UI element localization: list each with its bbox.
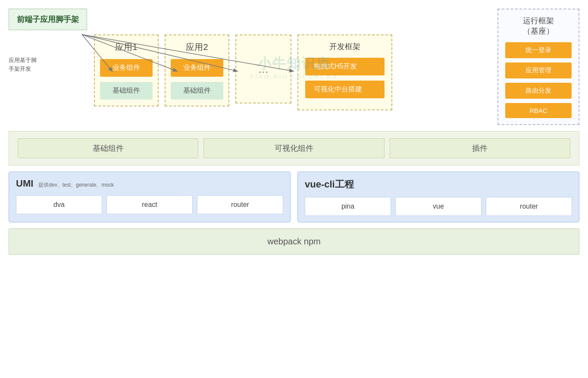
dev-item-2: 可视化中台搭建 xyxy=(305,81,385,98)
main-container: 小牛知识库 XIAO NIU ZHI SHI KU 前端子应用脚手架 应用基于脚… xyxy=(9,9,579,255)
app2-base: 基础组件 xyxy=(171,82,223,100)
comp-plugin: 插件 xyxy=(390,138,570,158)
runtime-item-2: 路由分发 xyxy=(505,83,572,99)
ellipsis-box: ... xyxy=(235,34,291,103)
umi-header: UMI 提供dev、test、generate、mock xyxy=(16,178,283,189)
top-section: 前端子应用脚手架 应用基于脚 手架开发 应用1 业务组件 基础组件 应用2 xyxy=(9,9,579,125)
app2-title: 应用2 xyxy=(171,41,223,53)
runtime-item-1: 应用管理 xyxy=(505,62,572,78)
dev-item-1: 拖拽式H5开发 xyxy=(305,58,385,75)
dev-framework-box: 开发框架 拖拽式H5开发 可视化中台搭建 xyxy=(297,34,392,110)
comp-base: 基础组件 xyxy=(18,138,198,158)
webpack-row: webpack npm xyxy=(9,228,579,255)
app-box-2: 应用2 业务组件 基础组件 xyxy=(165,34,229,106)
dev-framework-title: 开发框架 xyxy=(305,41,385,52)
apps-area: 应用1 业务组件 基础组件 应用2 业务组件 基础组件 ... 开发框架 xyxy=(94,34,491,125)
umi-box: UMI 提供dev、test、generate、mock dva react r… xyxy=(9,172,291,222)
arrow-label: 应用基于脚 手架开发 xyxy=(9,56,37,73)
app-box-1: 应用1 业务组件 基础组件 xyxy=(94,34,159,106)
runtime-item-0: 统一登录 xyxy=(505,42,572,58)
vue-item-1: vue xyxy=(395,197,482,216)
umi-item-1: react xyxy=(106,195,193,214)
app2-business: 业务组件 xyxy=(171,59,223,77)
umi-tech-items: dva react router xyxy=(16,195,283,214)
app1-title: 应用1 xyxy=(100,41,153,53)
vue-cli-box: vue-cli工程 pina vue router xyxy=(297,172,579,222)
runtime-item-3: RBAC xyxy=(505,103,572,118)
runtime-box: 运行框架 （基座） 统一登录 应用管理 路由分发 RBAC xyxy=(497,9,579,125)
frameworks-row: UMI 提供dev、test、generate、mock dva react r… xyxy=(9,172,579,222)
vue-item-0: pina xyxy=(305,197,391,216)
umi-item-0: dva xyxy=(16,195,102,214)
scaffold-label: 前端子应用脚手架 xyxy=(17,15,79,24)
scaffold-box: 前端子应用脚手架 xyxy=(9,9,87,30)
comp-visual: 可视化组件 xyxy=(203,138,384,158)
umi-subtitle: 提供dev、test、generate、mock xyxy=(38,181,114,189)
app1-business: 业务组件 xyxy=(100,59,153,77)
vue-cli-tech-items: pina vue router xyxy=(305,197,572,216)
vue-cli-title: vue-cli工程 xyxy=(305,178,354,191)
components-row: 基础组件 可视化组件 插件 xyxy=(9,131,579,166)
vue-cli-header: vue-cli工程 xyxy=(305,178,572,191)
vue-item-2: router xyxy=(486,197,572,216)
umi-item-2: router xyxy=(197,195,283,214)
webpack-label: webpack npm xyxy=(267,237,320,246)
runtime-title: 运行框架 （基座） xyxy=(505,16,572,36)
top-wrapper: 小牛知识库 XIAO NIU ZHI SHI KU 前端子应用脚手架 应用基于脚… xyxy=(9,9,579,125)
app1-base: 基础组件 xyxy=(100,82,153,100)
umi-title: UMI xyxy=(16,178,33,189)
